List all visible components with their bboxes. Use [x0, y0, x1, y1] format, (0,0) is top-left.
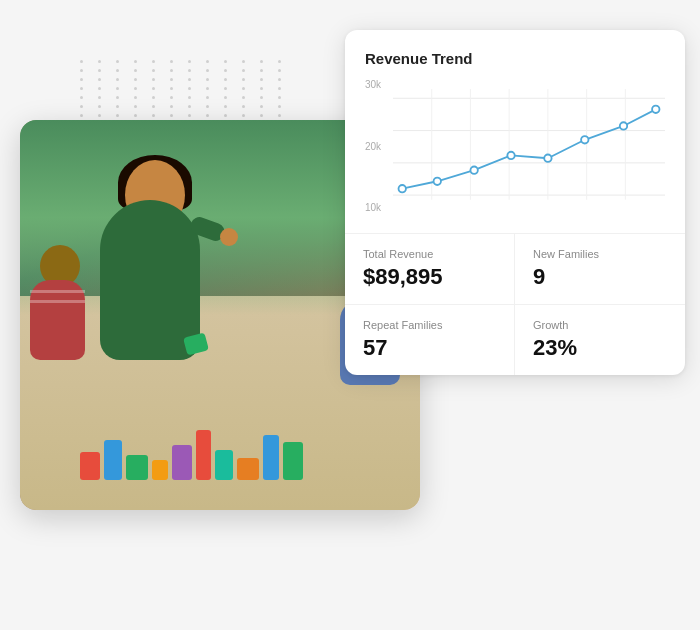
- chart-section: Revenue Trend 30k 20k 10k: [345, 30, 685, 234]
- svg-point-15: [581, 136, 588, 143]
- svg-point-14: [544, 155, 551, 162]
- svg-point-17: [652, 106, 659, 113]
- svg-point-12: [470, 167, 477, 174]
- toy-block: [263, 435, 279, 480]
- repeat-families-label: Repeat Families: [363, 319, 496, 331]
- toy-block: [283, 442, 303, 480]
- toy-block: [237, 458, 259, 480]
- stat-repeat-families: Repeat Families 57: [345, 305, 515, 375]
- svg-point-11: [434, 178, 441, 185]
- stat-total-revenue: Total Revenue $89,895: [345, 234, 515, 305]
- toy-block: [215, 450, 233, 480]
- toy-block: [152, 460, 168, 480]
- stat-growth: Growth 23%: [515, 305, 685, 375]
- toy-block: [172, 445, 192, 480]
- toy-blocks: [80, 380, 380, 480]
- y-label-30k: 30k: [365, 79, 393, 90]
- toy-block: [126, 455, 148, 480]
- growth-label: Growth: [533, 319, 667, 331]
- svg-point-10: [399, 185, 406, 192]
- child1-figure: [30, 280, 85, 360]
- svg-point-13: [507, 152, 514, 159]
- repeat-families-value: 57: [363, 335, 496, 361]
- toy-block: [80, 452, 100, 480]
- revenue-chart: [393, 79, 665, 219]
- scene: Revenue Trend 30k 20k 10k: [0, 0, 700, 630]
- stat-new-families: New Families 9: [515, 234, 685, 305]
- stats-grid: Total Revenue $89,895 New Families 9 Rep…: [345, 234, 685, 375]
- dot-pattern-decoration: [80, 60, 290, 126]
- svg-point-16: [620, 122, 627, 129]
- total-revenue-value: $89,895: [363, 264, 496, 290]
- toy-block: [104, 440, 122, 480]
- chart-title: Revenue Trend: [365, 50, 665, 67]
- y-label-10k: 10k: [365, 202, 393, 213]
- teacher-body: [100, 200, 200, 360]
- growth-value: 23%: [533, 335, 667, 361]
- toy-block: [196, 430, 211, 480]
- dashboard-card: Revenue Trend 30k 20k 10k: [345, 30, 685, 375]
- total-revenue-label: Total Revenue: [363, 248, 496, 260]
- y-label-20k: 20k: [365, 141, 393, 152]
- new-families-value: 9: [533, 264, 667, 290]
- new-families-label: New Families: [533, 248, 667, 260]
